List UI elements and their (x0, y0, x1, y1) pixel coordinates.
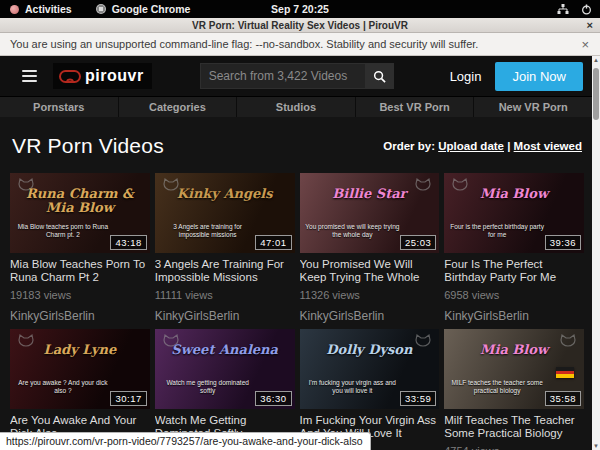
window-title: VR Porn: Virtual Reality Sex Videos | Pi… (192, 20, 408, 31)
video-thumbnail[interactable]: Dolly Dyson I'm fucking your virgin ass … (300, 329, 440, 409)
thumbnail-overlay-title: Mia Blow (444, 343, 584, 357)
studio-link[interactable]: KinkyGirlsBerlin (300, 309, 440, 323)
studio-link[interactable]: KinkyGirlsBerlin (444, 309, 584, 323)
video-thumbnail[interactable]: Sweet Analena Watch me getting dominated… (155, 329, 295, 409)
studio-link[interactable]: KinkyGirlsBerlin (155, 309, 295, 323)
thumbnail-caption: MILF teaches the teacher some practical … (444, 379, 550, 395)
network-icon[interactable] (557, 4, 569, 15)
video-thumbnail[interactable]: Mia Blow Four is the perfect birthday pa… (444, 173, 584, 253)
duration-badge: 33:59 (400, 391, 436, 406)
view-count: 19183 views (10, 289, 150, 301)
nav-pornstars[interactable]: Pornstars (0, 97, 119, 117)
clock[interactable]: Sep 7 20:25 (0, 3, 600, 15)
thumbnail-caption: Four is the perfect birthday party for m… (444, 223, 550, 239)
warning-close-icon[interactable]: × (581, 37, 589, 52)
duration-badge: 36:30 (255, 391, 291, 406)
nav-new-vr-porn[interactable]: New VR Porn (474, 97, 592, 117)
thumbnail-caption: You promised we will keep trying the who… (300, 223, 406, 239)
window-close-button[interactable]: × (587, 19, 593, 31)
site-logo[interactable]: pirouvr (53, 63, 152, 89)
view-count: 4754 views (444, 445, 584, 450)
video-card[interactable]: Runa Charm & Mia Blow Mia Blow teaches p… (10, 173, 150, 323)
nav-categories[interactable]: Categories (119, 97, 238, 117)
nav-best-vr-porn[interactable]: Best VR Porn (356, 97, 475, 117)
thumbnail-caption: 3 Angels are training for impossible mis… (155, 223, 261, 239)
system-top-bar: Activities Google Chrome Sep 7 20:25 (0, 0, 600, 18)
search-button[interactable] (366, 63, 394, 89)
duration-badge: 30:17 (110, 391, 146, 406)
duration-badge: 39:36 (545, 235, 581, 250)
site-header: pirouvr Login Join Now (0, 56, 592, 96)
video-thumbnail[interactable]: Runa Charm & Mia Blow Mia Blow teaches p… (10, 173, 150, 253)
view-count: 11326 views (300, 289, 440, 301)
duration-badge: 25:03 (400, 235, 436, 250)
search-icon (373, 70, 386, 83)
sort-upload-date-link[interactable]: Upload date (438, 140, 504, 152)
german-flag-icon (556, 367, 574, 378)
studio-link[interactable]: KinkyGirlsBerlin (10, 309, 150, 323)
join-now-button[interactable]: Join Now (495, 62, 582, 91)
video-title[interactable]: Mia Blow Teaches Porn To Runa Charm Pt 2 (10, 258, 150, 284)
sandbox-warning-bar: You are using an unsupported command-lin… (0, 33, 600, 56)
view-count: 6958 views (444, 289, 584, 301)
thumbnail-overlay-title: Billie Star (300, 187, 440, 201)
nav-studios[interactable]: Studios (237, 97, 356, 117)
video-thumbnail[interactable]: Lady Lyne Are you awake ? And your dick … (10, 329, 150, 409)
power-icon[interactable] (581, 4, 592, 15)
video-card[interactable]: Kinky Angels 3 Angels are training for i… (155, 173, 295, 323)
thumbnail-overlay-title: Dolly Dyson (300, 343, 440, 357)
thumbnail-caption: Watch me getting dominated softly (155, 379, 261, 395)
web-page: pirouvr Login Join Now Pornstars Categor… (0, 56, 592, 450)
logo-text: pirouvr (85, 67, 144, 85)
scroll-up-arrow-icon[interactable]: ▲ (592, 57, 600, 63)
login-link[interactable]: Login (450, 69, 482, 84)
vr-goggles-icon (59, 70, 81, 83)
main-nav: Pornstars Categories Studios Best VR Por… (0, 96, 592, 117)
window-titlebar: VR Porn: Virtual Reality Sex Videos | Pi… (0, 18, 600, 33)
scroll-down-arrow-icon[interactable]: ▼ (592, 443, 600, 449)
search-input[interactable] (200, 63, 366, 89)
sort-controls: Order by: Upload date | Most viewed (383, 140, 582, 152)
thumbnail-overlay-title: Sweet Analena (155, 343, 295, 357)
status-url-tooltip: https://pirouvr.com/vr-porn-video/779325… (0, 432, 371, 450)
video-grid: Runa Charm & Mia Blow Mia Blow teaches p… (0, 173, 592, 450)
scrollbar-thumb[interactable] (593, 68, 599, 120)
video-card[interactable]: Billie Star You promised we will keep tr… (300, 173, 440, 323)
duration-badge: 47:01 (255, 235, 291, 250)
thumbnail-caption: Mia Blow teaches porn to Runa Charm pt. … (10, 223, 116, 239)
scrollbar[interactable]: ▲ ▼ (592, 56, 600, 450)
thumbnail-overlay-title: Runa Charm & Mia Blow (10, 187, 150, 215)
video-title[interactable]: Four Is The Perfect Birthday Party For M… (444, 258, 584, 284)
video-thumbnail[interactable]: Kinky Angels 3 Angels are training for i… (155, 173, 295, 253)
order-by-label: Order by: (383, 140, 435, 152)
video-thumbnail[interactable]: Mia Blow MILF teaches the teacher some p… (444, 329, 584, 409)
thumbnail-overlay-title: Lady Lyne (10, 343, 150, 357)
video-card[interactable]: Mia Blow MILF teaches the teacher some p… (444, 329, 584, 450)
thumbnail-caption: Are you awake ? And your dick also ? (10, 379, 116, 395)
menu-hamburger-icon[interactable] (22, 70, 37, 82)
duration-badge: 35:58 (545, 391, 581, 406)
video-title[interactable]: 3 Angels Are Training For Impossible Mis… (155, 258, 295, 284)
video-thumbnail[interactable]: Billie Star You promised we will keep tr… (300, 173, 440, 253)
thumbnail-overlay-title: Kinky Angels (155, 187, 295, 201)
page-title: VR Porn Videos (12, 134, 164, 158)
thumbnail-caption: I'm fucking your virgin ass and you will… (300, 379, 406, 395)
video-title[interactable]: You Promised We Will Keep Trying The Who… (300, 258, 440, 284)
warning-message: You are using an unsupported command-lin… (10, 38, 478, 50)
duration-badge: 43:18 (110, 235, 146, 250)
thumbnail-overlay-title: Mia Blow (444, 187, 584, 201)
video-title[interactable]: Milf Teaches The Teacher Some Practical … (444, 414, 584, 440)
video-card[interactable]: Mia Blow Four is the perfect birthday pa… (444, 173, 584, 323)
view-count: 11111 views (155, 289, 295, 301)
sort-most-viewed-link[interactable]: Most viewed (514, 140, 582, 152)
